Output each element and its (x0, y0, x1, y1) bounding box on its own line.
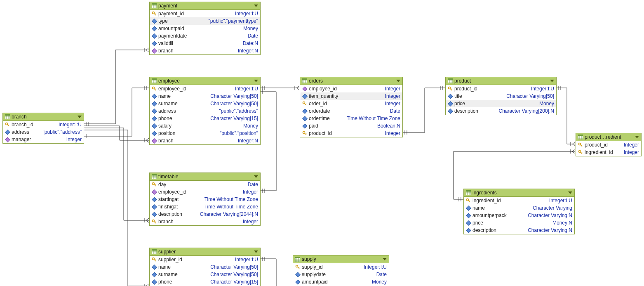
column-row[interactable]: ingredient_idInteger (576, 149, 641, 156)
column-name: product_id (585, 142, 608, 148)
column-row[interactable]: product_idInteger:I:U (446, 85, 556, 92)
column-row[interactable]: branch_idInteger:I:U (3, 121, 84, 128)
column-type: Character Varying:N (528, 227, 572, 234)
column-type: Character Varying[50] (210, 93, 258, 99)
column-row[interactable]: nameCharacter Varying[50] (150, 263, 260, 271)
column-row[interactable]: branchInteger:N (150, 47, 260, 54)
column-row[interactable]: paidBoolean:N (300, 122, 402, 130)
entity-header[interactable]: payment (150, 2, 260, 10)
entity-branch[interactable]: branchbranch_idInteger:I:Uaddress"public… (2, 113, 84, 144)
column-row[interactable]: ingredient_idInteger:I:U (464, 197, 574, 204)
entity-employee[interactable]: employeeemployee_idInteger:I:UnameCharac… (149, 77, 261, 145)
column-row[interactable]: item_quantityInteger (300, 92, 402, 100)
column-row[interactable]: supplier_idInteger:I:U (150, 256, 260, 263)
entity-header[interactable]: product…redient (576, 133, 641, 141)
foreign-key-icon (302, 87, 307, 91)
table-icon (5, 114, 10, 119)
column-row[interactable]: paymentdateDate (150, 32, 260, 40)
svg-rect-1 (152, 5, 157, 8)
column-row[interactable]: address"public"."address" (3, 128, 84, 136)
column-row[interactable]: finishigatTime Without Time Zone (150, 203, 260, 210)
collapse-icon[interactable] (254, 80, 258, 82)
column-row[interactable]: amountpaidMoney (293, 278, 389, 286)
entity-header[interactable]: orders (300, 77, 402, 85)
column-row[interactable]: descriptionCharacter Varying:N (464, 227, 574, 234)
column-row[interactable]: descriptionCharacter Varying[200]:N (446, 107, 556, 115)
column-row[interactable]: descriptionCharacter Varying[2044]:N (150, 210, 260, 218)
column-row[interactable]: phoneCharacter Varying[15] (150, 278, 260, 286)
column-type: Character Varying[15] (210, 115, 258, 122)
svg-line-98 (298, 267, 299, 268)
column-row[interactable]: dayDate (150, 181, 260, 188)
column-row[interactable]: employee_idInteger:I:U (150, 85, 260, 92)
column-row[interactable]: position"public"."position" (150, 130, 260, 137)
column-row[interactable]: product_idInteger (576, 141, 641, 149)
column-name: address (12, 129, 29, 135)
entity-orders[interactable]: ordersemployee_idIntegeritem_quantityInt… (300, 77, 403, 137)
column-row[interactable]: employee_idInteger (300, 85, 402, 92)
entity-product[interactable]: productproduct_idInteger:I:UtitleCharact… (445, 77, 557, 115)
column-icon (152, 273, 157, 277)
column-name: product_id (454, 85, 477, 92)
column-row[interactable]: ordertimeTime Without Time Zone (300, 115, 402, 122)
entity-header[interactable]: supplier (150, 248, 260, 256)
column-row[interactable]: supply_idInteger:I:U (293, 263, 389, 271)
column-row[interactable]: nameCharacter Varying[50] (150, 92, 260, 100)
entity-title: orders (309, 78, 323, 84)
column-type: Money (243, 25, 258, 32)
entity-payment[interactable]: paymentpayment_idInteger:I:Utype"public"… (149, 2, 261, 55)
column-row[interactable]: titleCharacter Varying[50] (446, 92, 556, 100)
entity-header[interactable]: product (446, 77, 556, 85)
entity-product_ingredient[interactable]: product…redientproduct_idIntegeringredie… (576, 133, 642, 156)
entity-header[interactable]: timetable (150, 173, 260, 181)
column-row[interactable]: branchInteger:N (150, 137, 260, 144)
column-row[interactable]: product_idInteger (300, 130, 402, 137)
column-icon (152, 117, 157, 121)
column-row[interactable]: nameCharacter Varying (464, 204, 574, 212)
column-row[interactable]: priceMoney (446, 100, 556, 107)
column-type: Date (390, 108, 400, 114)
entity-header[interactable]: supply (293, 255, 389, 263)
collapse-icon[interactable] (254, 175, 258, 178)
column-type: Character Varying:N (528, 212, 572, 219)
entity-header[interactable]: employee (150, 77, 260, 85)
entity-header[interactable]: branch (3, 113, 84, 121)
column-row[interactable]: priceMoney:N (464, 219, 574, 227)
column-row[interactable]: branchInteger (150, 218, 260, 225)
column-row[interactable]: startingatTime Without Time Zone (150, 196, 260, 203)
column-row[interactable]: supplydateDate (293, 271, 389, 278)
entity-supplier[interactable]: suppliersupplier_idInteger:I:UnameCharac… (149, 248, 261, 286)
column-row[interactable]: surnameCharacter Varying[50] (150, 271, 260, 278)
column-row[interactable]: order_idInteger (300, 100, 402, 107)
collapse-icon[interactable] (78, 116, 82, 118)
column-row[interactable]: payment_idInteger:I:U (150, 10, 260, 17)
collapse-icon[interactable] (383, 258, 387, 260)
entity-title: supplier (158, 249, 176, 255)
column-row[interactable]: surnameCharacter Varying[50] (150, 100, 260, 107)
collapse-icon[interactable] (254, 251, 258, 253)
entity-timetable[interactable]: timetabledayDateemployee_idIntegerstarti… (149, 173, 261, 226)
collapse-icon[interactable] (635, 136, 639, 138)
collapse-icon[interactable] (254, 5, 258, 7)
column-row[interactable]: type"public"."paymenttype" (150, 17, 260, 25)
entity-supply[interactable]: supplysupply_idInteger:I:UsupplydateDate… (293, 255, 389, 286)
column-row[interactable]: phoneCharacter Varying[15] (150, 115, 260, 122)
column-row[interactable]: address"public"."address" (150, 107, 260, 115)
entity-header[interactable]: ingredients (464, 189, 574, 197)
column-row[interactable]: salaryMoney (150, 122, 260, 130)
column-icon (302, 117, 307, 121)
column-row[interactable]: validtillDate:N (150, 40, 260, 47)
column-name: startingat (158, 196, 179, 203)
column-row[interactable]: orderdateDate (300, 107, 402, 115)
column-row[interactable]: employee_idInteger (150, 188, 260, 196)
column-row[interactable]: amountperpackCharacter Varying:N (464, 212, 574, 219)
column-icon (466, 206, 471, 210)
column-row[interactable]: amountpaidMoney (150, 25, 260, 32)
primary-key-icon (152, 11, 157, 16)
collapse-icon[interactable] (568, 191, 572, 194)
collapse-icon[interactable] (550, 80, 554, 82)
column-icon (152, 280, 157, 284)
entity-ingredients[interactable]: ingredientsingredient_idInteger:I:UnameC… (463, 189, 575, 234)
column-row[interactable]: managerInteger (3, 136, 84, 143)
collapse-icon[interactable] (396, 80, 400, 82)
